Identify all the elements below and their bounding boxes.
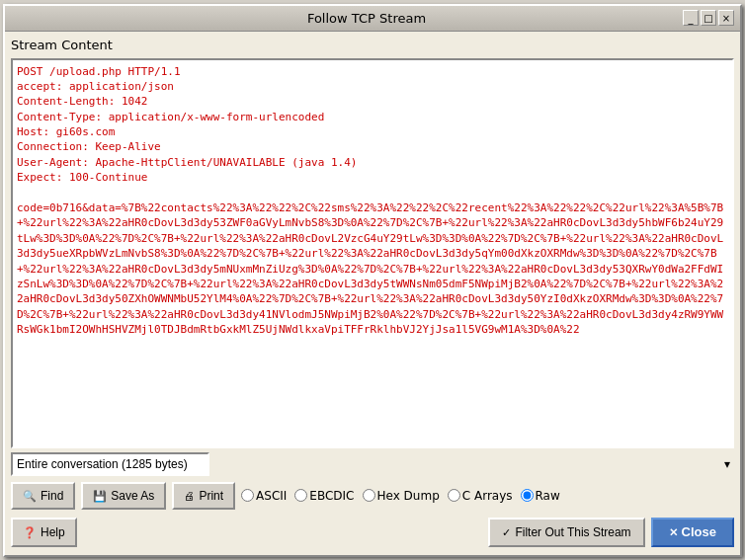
close-label: Close — [682, 524, 716, 539]
help-icon — [23, 525, 37, 539]
close-x-icon — [669, 524, 678, 539]
c-arrays-label: C Arrays — [462, 489, 513, 503]
filter-icon — [502, 525, 511, 539]
find-button[interactable]: Find — [11, 482, 75, 510]
print-button[interactable]: Print — [172, 482, 235, 510]
follow-tcp-stream-window: Follow TCP Stream _ □ × Stream Content P… — [3, 4, 742, 557]
title-bar-controls: _ □ × — [683, 10, 734, 26]
raw-radio[interactable] — [521, 489, 534, 502]
dropdown-wrapper: Entire conversation (1285 bytes) Client … — [11, 452, 734, 476]
help-button[interactable]: Help — [11, 518, 77, 547]
ascii-label: ASCII — [256, 489, 287, 503]
save-as-button[interactable]: Save As — [81, 482, 166, 510]
conversation-select[interactable]: Entire conversation (1285 bytes) Client … — [11, 452, 209, 476]
print-label: Print — [199, 489, 223, 503]
ebcdic-label: EBCDIC — [309, 489, 354, 503]
toolbar-buttons-row: Find Save As Print ASCII EBCDIC — [11, 480, 734, 512]
bottom-row: Help Filter Out This Stream Close — [11, 516, 734, 549]
window-title: Follow TCP Stream — [50, 11, 683, 26]
raw-radio-item[interactable]: Raw — [521, 489, 560, 503]
close-button[interactable]: Close — [651, 518, 734, 547]
save-icon — [93, 489, 107, 503]
encoding-radio-group: ASCII EBCDIC Hex Dump C Arrays Raw — [241, 489, 734, 503]
filter-label: Filter Out This Stream — [515, 525, 630, 539]
ascii-radio-item[interactable]: ASCII — [241, 489, 287, 503]
print-icon — [184, 489, 195, 503]
stream-content-label: Stream Content — [11, 38, 734, 52]
ascii-radio[interactable] — [241, 489, 254, 502]
ebcdic-radio-item[interactable]: EBCDIC — [294, 489, 354, 503]
find-label: Find — [41, 489, 63, 503]
filter-out-stream-button[interactable]: Filter Out This Stream — [488, 518, 644, 547]
help-label: Help — [41, 525, 65, 539]
conversation-dropdown-row: Entire conversation (1285 bytes) Client … — [11, 452, 734, 476]
stream-content-area[interactable]: POST /upload.php HTTP/1.1 accept: applic… — [11, 58, 734, 448]
minimize-button[interactable]: _ — [683, 10, 699, 26]
ebcdic-radio[interactable] — [294, 489, 307, 502]
c-arrays-radio[interactable] — [448, 489, 460, 502]
http-header-line-1: POST /upload.php HTTP/1.1 accept: applic… — [17, 65, 723, 337]
raw-label: Raw — [536, 489, 560, 503]
window-body: Stream Content POST /upload.php HTTP/1.1… — [5, 32, 740, 555]
find-icon — [23, 489, 37, 503]
c-arrays-radio-item[interactable]: C Arrays — [448, 489, 513, 503]
stream-text: POST /upload.php HTTP/1.1 accept: applic… — [17, 64, 728, 338]
hex-dump-label: Hex Dump — [377, 489, 440, 503]
maximize-button[interactable]: □ — [701, 10, 716, 26]
hex-dump-radio[interactable] — [363, 489, 375, 502]
hex-dump-radio-item[interactable]: Hex Dump — [363, 489, 440, 503]
title-bar: Follow TCP Stream _ □ × — [5, 6, 740, 32]
window-close-button[interactable]: × — [718, 10, 734, 26]
save-as-label: Save As — [111, 489, 154, 503]
